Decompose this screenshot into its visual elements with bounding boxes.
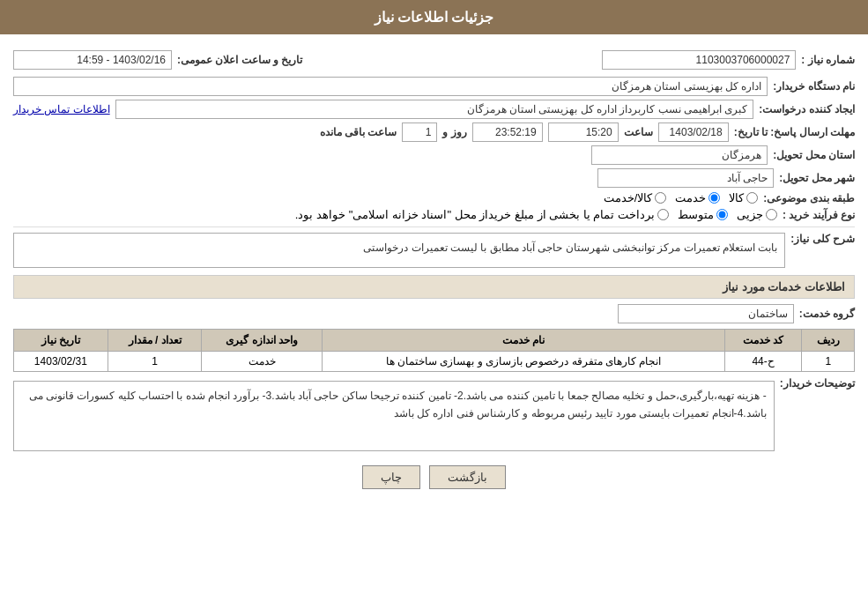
col-date: تاریخ نیاز [14,330,108,352]
purchase-radio-other[interactable] [657,209,669,220]
need-number-label: شماره نیاز : [801,54,855,66]
category-radio-group: کالا خدمت کالا/خدمت [604,191,759,204]
response-day-value: 1 [402,123,437,142]
category-label-khedmat: خدمت [675,191,706,204]
services-table: ردیف کد خدمت نام خدمت واحد اندازه گیری ت… [13,329,855,372]
response-remaining-value: 23:52:19 [472,123,543,142]
creator-value: کبری ابراهیمی نسب کاربرداز اداره کل بهزی… [115,100,754,119]
needs-desc-label: شرح کلی نیاز: [790,233,855,245]
service-group-label: گروه خدمت: [799,308,855,320]
category-option-khedmat[interactable]: خدمت [675,191,720,204]
cell-date: 1403/02/31 [14,352,108,372]
cell-service_code: ح-44 [724,352,802,372]
table-row: 1ح-44انجام کارهای متفرقه درخصوص بازسازی … [14,352,855,372]
category-label-kala-khedmat: کالا/خدمت [604,191,653,204]
needs-desc-value: بابت استعلام تعمیرات مرکز توانبخشی شهرست… [13,233,785,268]
response-remaining-label: ساعت باقی مانده [320,126,397,138]
purchase-option-other[interactable]: برداخت تمام یا بخشی از مبلغ خریداز محل "… [295,208,669,221]
print-button[interactable]: چاپ [362,465,420,489]
purchase-type-label: نوع فرآیند خرید : [783,209,855,221]
buyer-notes-label: توضیحات خریدار: [780,377,855,390]
response-date-value: 1403/02/18 [658,123,729,142]
purchase-label-jozi: جزیی [737,208,763,221]
col-quantity: تعداد / مقدار [108,330,202,352]
need-number-value: 1103003706000027 [602,50,796,70]
category-radio-khedmat[interactable] [708,192,720,204]
province-value: هرمزگان [591,145,768,165]
category-label: طبقه بندی موضوعی: [763,192,855,204]
purchase-label-motevaset: متوسط [678,208,714,221]
purchase-option-motevaset[interactable]: متوسط [678,208,728,221]
creator-label: ایجاد کننده درخواست: [759,103,855,115]
response-time-label: ساعت [624,126,653,138]
cell-unit: خدمت [202,352,323,372]
announce-datetime-value: 1403/02/16 - 14:59 [13,50,172,70]
cell-quantity: 1 [108,352,202,372]
buyer-org-label: نام دستگاه خریدار: [773,80,855,93]
service-group-value: ساختمان [618,304,794,323]
contact-link[interactable]: اطلاعات تماس خریدار [13,103,110,115]
buyer-notes-value: - هزینه تهیه،بارگیری،حمل و تخلیه مصالح ج… [13,381,775,451]
purchase-label-other: برداخت تمام یا بخشی از مبلغ خریداز محل "… [295,208,655,221]
col-unit: واحد اندازه گیری [202,330,323,352]
back-button[interactable]: بازگشت [429,465,506,489]
category-option-kala-khedmat[interactable]: کالا/خدمت [604,191,667,204]
category-label-kala: کالا [729,191,744,204]
city-label: شهر محل تحویل: [779,172,855,184]
category-radio-kala[interactable] [746,192,758,204]
services-section-title: اطلاعات خدمات مورد نیاز [13,275,855,299]
city-value: حاجی آباد [597,168,774,188]
col-service-name: نام خدمت [323,330,725,352]
col-row-num: ردیف [802,330,855,352]
page-header: جزئیات اطلاعات نیاز [0,0,868,34]
purchase-type-group: جزیی متوسط برداخت تمام یا بخشی از مبلغ خ… [295,208,777,221]
response-time-value: 15:20 [548,123,619,142]
col-service-code: کد خدمت [724,330,802,352]
purchase-radio-motevaset[interactable] [716,209,728,220]
purchase-radio-jozi[interactable] [766,209,777,220]
province-label: استان محل تحویل: [773,149,855,161]
response-deadline-label: مهلت ارسال پاسخ: تا تاریخ: [734,126,855,138]
cell-service_name: انجام کارهای متفرقه درخصوص بازسازی و بهس… [323,352,725,372]
action-buttons: بازگشت چاپ [13,465,855,489]
response-day-label: روز و [442,126,466,138]
announce-datetime-label: تاریخ و ساعت اعلان عمومی: [177,54,302,66]
category-option-kala[interactable]: کالا [729,191,758,204]
purchase-option-jozi[interactable]: جزیی [737,208,777,221]
cell-row_num: 1 [802,352,855,372]
category-radio-kala-khedmat[interactable] [655,192,666,204]
buyer-org-value: اداره کل بهزیستی استان هرمزگان [13,77,768,96]
